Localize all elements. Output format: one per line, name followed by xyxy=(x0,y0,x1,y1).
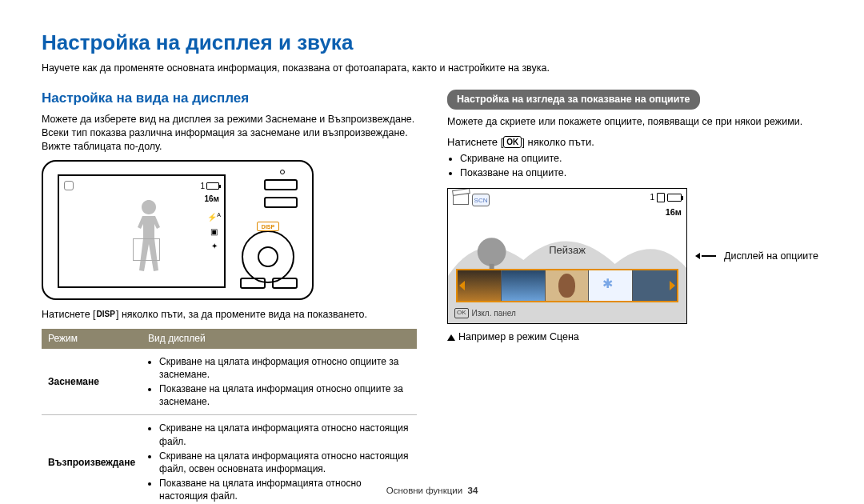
disp-key-icon: DISP xyxy=(96,309,116,320)
press-ok-prefix: Натиснете [ xyxy=(447,136,503,148)
press-disp-prefix: Натиснете [ xyxy=(42,309,96,320)
scene-thumb xyxy=(502,270,546,301)
scene-example-caption: Например в режим Сцена xyxy=(447,330,822,344)
mode-capture-label: Заснемане xyxy=(42,349,142,415)
camera-dpad-center xyxy=(258,246,278,267)
table-header-mode: Режим xyxy=(42,329,142,348)
section-heading-display-type: Настройка на вида на дисплея xyxy=(42,90,417,108)
left-intro-paragraph: Можете да изберете вид на дисплея за реж… xyxy=(42,113,417,154)
table-row: Заснемане Скриване на цялата информация … xyxy=(42,349,417,415)
camera-bottom-button-left xyxy=(240,278,266,289)
scene-top-left-icons: SCN xyxy=(453,194,490,206)
scene-thumb xyxy=(589,270,633,301)
scene-thumb xyxy=(546,270,590,301)
chevron-right-icon xyxy=(670,281,675,290)
press-disp-instruction: Натиснете [DISP] няколко пъти, за да про… xyxy=(42,308,417,322)
lcd-top-right-status: 1 xyxy=(200,181,219,192)
list-item: Скриване на цялата информацията относно … xyxy=(159,422,410,447)
press-ok-instruction: Натиснете [OK] няколко пъти. xyxy=(447,135,822,150)
camera-bottom-button-right xyxy=(272,278,298,289)
list-item: Показване на опциите. xyxy=(460,166,822,180)
focus-frame-icon xyxy=(133,238,160,261)
list-item: Показване на цялата информация относно о… xyxy=(159,382,410,408)
footer-section-label: Основни функции xyxy=(386,486,462,495)
page-footer: Основни функции 34 xyxy=(0,485,864,498)
scene-top-right-status: 1 xyxy=(650,192,682,203)
camera-led-icon xyxy=(280,170,285,174)
flash-auto-icon: ⚡A xyxy=(207,208,221,225)
chevron-left-icon xyxy=(459,281,465,290)
camera-top-button-2 xyxy=(264,197,298,208)
ok-actions-list: Скриване на опциите. Показване на опциит… xyxy=(460,152,822,180)
camera-dpad xyxy=(242,230,294,283)
camera-lcd: 1 16м ⚡A ▣ ✦ xyxy=(58,174,226,288)
right-column: Настройка на изгледа за показване на опц… xyxy=(447,90,822,504)
display-modes-table: Режим Вид дисплей Заснемане Скриване на … xyxy=(42,329,417,504)
scene-footer-text: Изкл. панел xyxy=(472,308,516,319)
timer-icon: ✦ xyxy=(207,239,221,254)
lcd-top-left-icon xyxy=(64,181,74,190)
scn-mode-badge: SCN xyxy=(472,194,490,206)
lcd-shot-count: 1 xyxy=(200,181,205,192)
table-header-type: Вид дисплей xyxy=(142,329,417,348)
left-column: Настройка на вида на дисплея Можете да и… xyxy=(42,90,417,504)
battery-icon xyxy=(667,194,682,202)
list-item: Скриване на цялата информацията относно … xyxy=(159,450,410,475)
list-item: Скриване на опциите. xyxy=(460,152,822,166)
ok-key-icon: OK xyxy=(503,136,522,148)
scene-shot-count: 1 xyxy=(650,192,654,203)
clapperboard-icon xyxy=(453,194,469,205)
scene-mode-label: Пейзаж xyxy=(549,243,586,258)
scene-mode-screenshot: SCN 1 16м Пейзаж xyxy=(447,188,687,324)
callout-arrow-icon xyxy=(695,253,716,259)
press-ok-suffix: ] няколко пъти. xyxy=(522,136,594,148)
camera-back-illustration: 1 16м ⚡A ▣ ✦ xyxy=(42,160,314,300)
list-item: Скриване на цялата информация относно оп… xyxy=(159,355,410,381)
scene-example-text: Например в режим Сцена xyxy=(458,331,579,342)
footer-page-number: 34 xyxy=(468,486,478,495)
battery-icon xyxy=(206,182,219,190)
page-title: Настройка на дисплея и звука xyxy=(42,29,822,57)
scene-footer-hint: OK Изкл. панел xyxy=(454,308,516,319)
scene-options-filmstrip xyxy=(456,269,678,302)
scene-resolution-label: 16м xyxy=(666,206,682,218)
lcd-resolution-label: 16м xyxy=(204,194,219,205)
options-view-heading: Настройка на изгледа за показване на опц… xyxy=(447,90,700,110)
camera-top-button-1 xyxy=(264,179,298,190)
svg-point-1 xyxy=(478,238,506,266)
sd-card-icon xyxy=(657,193,665,202)
ok-key-small-icon: OK xyxy=(454,308,469,318)
camera-disp-button-highlight: DISP xyxy=(257,222,279,231)
focus-icon: ▣ xyxy=(207,225,221,239)
triangle-up-icon xyxy=(447,334,455,341)
lcd-right-icons: ⚡A ▣ ✦ xyxy=(207,208,221,254)
press-disp-suffix: ] няколко пъти, за да промените вида на … xyxy=(116,309,367,320)
options-display-caption: Дисплей на опциите xyxy=(724,250,818,263)
page-intro: Научете как да променяте основната инфор… xyxy=(42,62,822,75)
right-intro-paragraph: Можете да скриете или покажете опциите, … xyxy=(447,115,822,129)
